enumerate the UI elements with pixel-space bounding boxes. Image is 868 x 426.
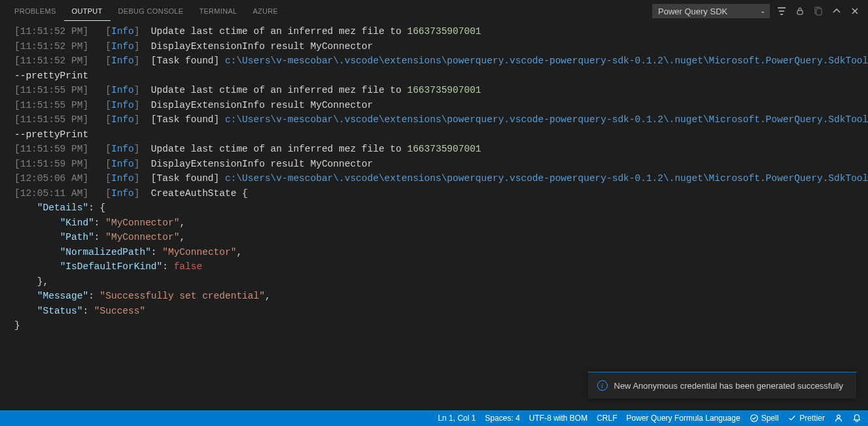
tab-terminal[interactable]: TERMINAL [191,2,245,21]
close-panel-icon[interactable] [848,5,861,18]
json-val: "MyConnector" [105,218,179,228]
json-val: "MyConnector" [105,232,179,242]
json-brace: : { [88,203,105,213]
json-key: "NormalizedPath" [60,247,151,257]
json-key: "IsDefaultForKind" [60,261,163,272]
log-level: Info [111,144,134,154]
info-icon: i [597,380,608,391]
tab-azure[interactable]: AZURE [245,2,286,21]
log-time: [12:05:11 AM] [14,188,88,199]
log-msg: Update last ctime of an inferred mez fil… [151,85,408,95]
log-msg: Update last ctime of an inferred mez fil… [151,144,408,154]
json-key: "Message" [37,291,88,301]
log-flag: --prettyPrint [14,129,88,140]
log-path: c:\Users\v-mescobar\.vscode\extensions\p… [225,114,868,125]
clear-output-icon[interactable] [812,5,825,18]
svg-rect-2 [816,8,822,15]
collapse-panel-icon[interactable] [830,5,843,18]
log-num: 1663735907001 [407,85,481,95]
json-key: "Path" [60,232,94,242]
log-num: 1663735907001 [407,144,481,154]
toast-message: New Anonymous credential has been genera… [614,381,844,391]
log-task: [Task found] [151,114,219,125]
log-msg: DisplayExtensionInfo result MyConnector [151,41,373,52]
status-spaces[interactable]: Spaces: 4 [485,414,519,423]
filter-icon[interactable] [775,5,788,18]
log-level: Info [111,173,134,184]
log-time: [11:51:55 PM] [14,114,88,125]
status-encoding[interactable]: UTF-8 with BOM [529,414,587,423]
status-prettier[interactable]: Prettier [788,414,825,423]
svg-point-4 [837,415,840,418]
log-msg: DisplayExtensionInfo result MyConnector [151,100,373,110]
log-task: [Task found] [151,173,219,184]
log-msg: CreateAuthState { [151,188,248,199]
log-level: Info [111,56,134,66]
log-msg: Update last ctime of an inferred mez fil… [151,26,408,37]
panel-header: PROBLEMS OUTPUT DEBUG CONSOLE TERMINAL A… [0,0,868,23]
log-time: [11:51:52 PM] [14,41,88,52]
json-brace: }, [37,276,48,287]
panel-actions: Power Query SDK ⌄ [652,4,861,18]
json-key: "Status" [37,306,83,316]
output-channel-select[interactable]: Power Query SDK ⌄ [652,4,770,18]
notification-toast[interactable]: i New Anonymous credential has been gene… [588,372,857,399]
log-time: [11:51:52 PM] [14,26,88,37]
log-level: Info [111,26,134,37]
log-task: [Task found] [151,56,219,66]
log-num: 1663735907001 [407,26,481,37]
json-val: false [174,261,203,272]
status-bell-icon[interactable] [852,414,861,423]
log-level: Info [111,100,134,110]
log-level: Info [111,114,134,125]
lock-icon[interactable] [793,5,807,18]
log-path: c:\Users\v-mescobar\.vscode\extensions\p… [225,173,868,184]
output-channel-label: Power Query SDK [658,7,727,16]
tab-debug-console[interactable]: DEBUG CONSOLE [111,2,192,21]
log-time: [11:51:59 PM] [14,144,88,154]
log-level: Info [111,188,134,199]
status-spell-label: Spell [761,414,779,423]
json-end: } [14,320,20,331]
check-icon [788,414,797,423]
log-time: [11:51:59 PM] [14,159,88,169]
status-prettier-label: Prettier [799,414,825,423]
json-key: "Kind" [60,218,94,228]
svg-point-3 [750,415,757,422]
bell-icon [852,414,861,423]
json-val: "Successfully set credential" [100,291,265,301]
log-level: Info [111,159,134,169]
chevron-down-icon: ⌄ [760,7,765,14]
log-time: [11:51:52 PM] [14,56,88,66]
status-language[interactable]: Power Query Formula Language [627,414,740,423]
json-val: "Success" [94,306,145,316]
svg-rect-0 [797,10,803,14]
log-level: Info [111,41,134,52]
log-time: [11:51:55 PM] [14,85,88,95]
status-spell[interactable]: Spell [750,414,779,423]
tab-problems[interactable]: PROBLEMS [7,2,64,21]
spell-icon [750,414,759,423]
log-path: c:\Users\v-mescobar\.vscode\extensions\p… [225,56,868,66]
status-eol[interactable]: CRLF [597,414,617,423]
json-key: "Details" [37,203,88,213]
panel-tabs: PROBLEMS OUTPUT DEBUG CONSOLE TERMINAL A… [7,2,286,21]
tab-output[interactable]: OUTPUT [64,2,111,21]
person-icon [834,414,843,423]
status-feedback-icon[interactable] [834,414,843,423]
log-time: [12:05:06 AM] [14,173,88,184]
status-ln-col[interactable]: Ln 1, Col 1 [438,414,476,423]
json-val: "MyConnector" [162,247,236,257]
log-time: [11:51:55 PM] [14,100,88,110]
log-level: Info [111,85,134,95]
output-log[interactable]: [11:51:52 PM] [Info] Update last ctime o… [0,23,868,408]
status-bar: Ln 1, Col 1 Spaces: 4 UTF-8 with BOM CRL… [0,410,868,426]
log-msg: DisplayExtensionInfo result MyConnector [151,159,373,169]
log-flag: --prettyPrint [14,71,88,81]
